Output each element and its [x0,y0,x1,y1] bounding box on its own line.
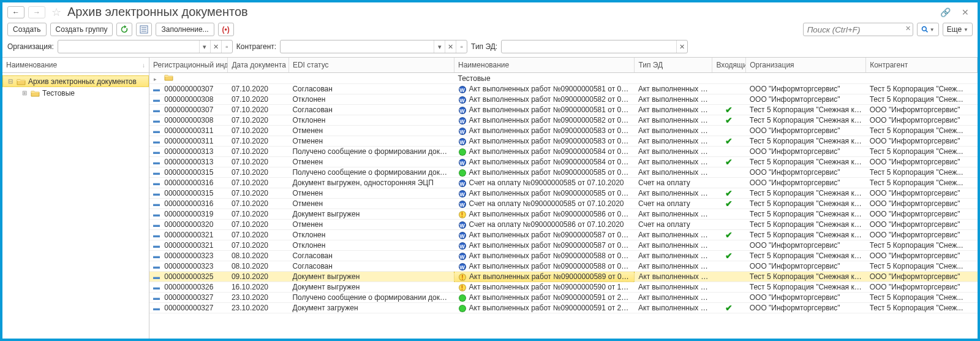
cell-edi-status: Отменен [288,157,454,167]
col-header-incoming[interactable]: Входящий [712,58,746,73]
cell-type: Акт выполненных работ [635,84,712,94]
table-row[interactable]: ▬00000000031507.10.2020ОтмененWАкт выпол… [149,188,978,199]
table-row[interactable]: ▬00000000032107.10.2020ОтклоненWАкт выпо… [149,230,978,240]
cell-reg: 000000000316 [160,199,228,209]
table-row[interactable]: ▬00000000032308.10.2020СогласованWАкт вы… [149,251,978,261]
collapse-icon[interactable]: ⊟ [7,78,14,85]
clear-icon[interactable]: ✕ [676,40,687,53]
link-icon[interactable]: 🔗 [937,7,954,17]
table-row[interactable]: ▬00000000031507.10.2020Получено сообщени… [149,167,978,178]
broadcast-button[interactable]: (•) [218,23,234,36]
cell-edi-status: Документ выгружен [288,282,454,293]
cell-name: Акт выполненных работ №09000000591 от 23… [454,303,635,313]
search-clear-icon[interactable]: ✕ [905,25,911,33]
expand-icon[interactable]: ⊞ [21,90,28,96]
table-row[interactable]: ▬00000000032723.10.2020Документ загружен… [149,303,978,313]
tree-header[interactable]: Наименование ↓ [2,58,149,73]
cell-contragent: Тест 5 Корпорация "Снеж... [866,261,978,272]
table-row[interactable]: ▬00000000031107.10.2020ОтмененWАкт выпол… [149,126,978,136]
list-button[interactable] [136,23,152,36]
cell-edi-status: Отклонен [288,240,454,251]
table-row[interactable]: ▬00000000030807.10.2020ОтклоненWАкт выпо… [149,115,978,126]
nav-forward-button[interactable]: → [28,6,45,18]
cell-org: Тест 5 Корпорация "Снежная корол... [746,220,866,230]
col-header-reg[interactable]: Регистрационный индекс [149,58,228,73]
chevron-down-icon[interactable]: ▾ [199,40,210,53]
expand-icon[interactable]: ▫ [221,40,232,53]
search-input[interactable] [803,23,913,36]
col-header-date[interactable]: Дата документа↓ [228,58,289,73]
table-row[interactable]: ▬00000000031607.10.2020ОтмененWСчет на о… [149,199,978,209]
status-green-icon [459,294,466,302]
row-marker-icon: ▬ [153,105,160,114]
cell-name: WАкт выполненных работ №09000000587 от 0… [454,240,635,251]
cell-date: 16.10.2020 [228,282,289,293]
create-group-button[interactable]: Создать группу [50,23,113,36]
table-row[interactable]: ▬00000000030707.10.2020СогласованWАкт вы… [149,105,978,115]
tree-node[interactable]: ⊟Архив электронных документов [2,75,149,87]
favorite-star-icon[interactable]: ☆ [51,7,61,18]
cell-name: WАкт выполненных работ №09000000583 от 0… [454,126,635,136]
more-button[interactable]: Еще ▼ [943,23,973,36]
cell-reg: 000000000308 [160,115,228,126]
table-row[interactable]: ▬00000000031907.10.2020Документ выгружен… [149,209,978,220]
tree-node[interactable]: ⊞Тестовые [2,87,149,99]
table-row[interactable]: ▬00000000031307.10.2020Получено сообщени… [149,147,978,157]
clear-icon[interactable]: ✕ [445,40,456,53]
table-row[interactable]: ▬00000000032007.10.2020ОтмененWСчет на о… [149,220,978,230]
row-marker-icon: ▬ [153,283,160,291]
tree-node-label: Тестовые [42,89,75,98]
filter-contragent-field[interactable]: ▾ ✕ ▫ [280,40,467,53]
expand-icon[interactable]: ▫ [456,40,467,53]
cell-date: 07.10.2020 [228,240,289,251]
cell-incoming: ✔ [712,303,746,313]
table-row[interactable]: ▬00000000032723.10.2020Получено сообщени… [149,293,978,303]
col-header-name[interactable]: Наименование [454,58,635,73]
close-icon[interactable]: ✕ [958,7,973,17]
cell-name: WСчет на оплату №09000000585 от 07.10.20… [454,178,635,188]
col-header-type[interactable]: Тип ЭД [635,58,712,73]
fill-button[interactable]: Заполнение... [156,23,214,36]
cell-incoming [712,94,746,105]
table-row[interactable]: ▬00000000031107.10.2020ОтмененWАкт выпол… [149,136,978,147]
cell-incoming [712,178,746,188]
table-row[interactable]: ▬00000000031307.10.2020ОтмененWАкт выпол… [149,157,978,167]
refresh-button[interactable] [116,23,132,36]
nav-back-button[interactable]: ← [7,6,24,18]
table-row[interactable]: ▬00000000030707.10.2020СогласованWАкт вы… [149,84,978,94]
cell-org: Тест 5 Корпорация "Снежная корол... [746,272,866,282]
cell-type: Акт выполненных работ [635,251,712,261]
col-header-org[interactable]: Организация [746,58,866,73]
table-row[interactable]: ▬00000000031607.10.2020Документ выгружен… [149,178,978,188]
titlebar: ← → ☆ Архив электронных документов 🔗 ✕ [2,2,978,19]
filter-org-field[interactable]: ▾ ✕ ▫ [58,40,233,53]
table-row[interactable]: ▬00000000032616.10.2020Документ выгружен… [149,282,978,293]
row-marker-icon: ▬ [153,272,160,281]
table-row[interactable]: ▬00000000032308.10.2020СогласованWАкт вы… [149,261,978,272]
cell-date: 09.10.2020 [228,272,289,282]
grid-panel[interactable]: Регистрационный индекс Дата документа↓ E… [149,58,978,339]
cell-reg: 000000000308 [160,94,228,105]
row-marker-icon: ▬ [153,168,160,177]
cell-reg: 000000000315 [160,188,228,199]
cell-incoming [712,147,746,157]
cell-name: WАкт выполненных работ №09000000585 от 0… [454,188,635,199]
cell-reg: 000000000323 [160,261,228,272]
cell-type: Акт выполненных работ [635,293,712,303]
table-row[interactable]: ▬00000000032509.10.2020Документ выгружен… [149,272,978,282]
search-button[interactable]: ▼ [917,23,939,36]
filter-type-field[interactable]: ✕ [501,40,688,53]
group-label: Тестовые [454,73,635,84]
chevron-right-icon[interactable]: ▸ [154,76,157,82]
col-header-edi[interactable]: EDI статус [288,58,454,73]
table-row[interactable]: ▬00000000032107.10.2020ОтклоненWАкт выпо… [149,240,978,251]
table-row[interactable]: ▬00000000030807.10.2020ОтклоненWАкт выпо… [149,94,978,105]
clear-icon[interactable]: ✕ [210,40,221,53]
group-row[interactable]: ▸Тестовые [149,73,978,84]
col-header-contr[interactable]: Контрагент [866,58,978,73]
create-button[interactable]: Создать [7,23,47,36]
cell-incoming: ✔ [712,251,746,261]
filter-bar: Организация: ▾ ✕ ▫ Контрагент: ▾ ✕ ▫ Тип… [2,40,978,57]
cell-edi-status: Отклонен [288,115,454,126]
chevron-down-icon[interactable]: ▾ [434,40,445,53]
